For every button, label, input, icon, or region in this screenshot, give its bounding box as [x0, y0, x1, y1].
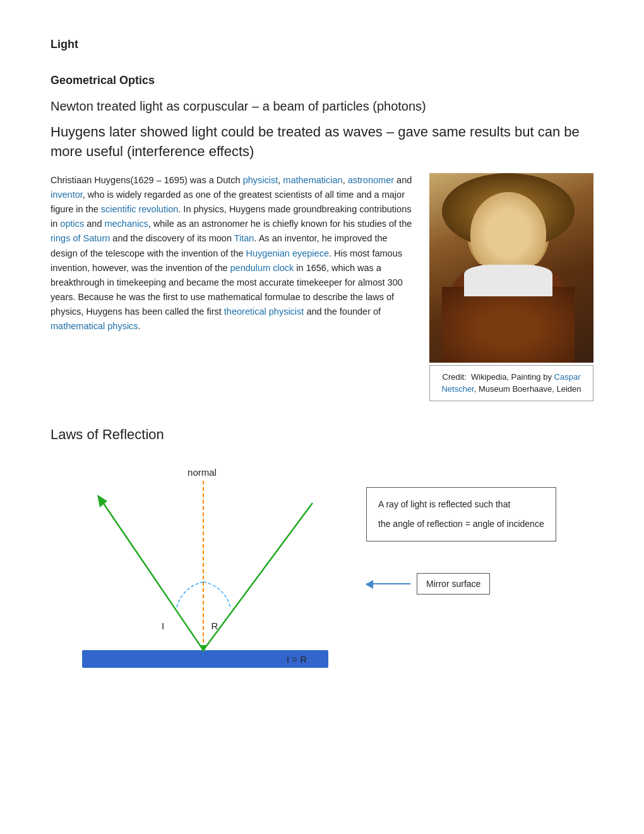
image-caption: Credit: Wikipedia, Painting by Caspar Ne… [429, 365, 593, 401]
geometrical-optics-heading: Geometrical Optics [51, 74, 593, 87]
reflection-callout: A ray of light is reflected such that th… [366, 487, 556, 541]
svg-text:R: R [212, 620, 218, 631]
titan-link[interactable]: Titan [234, 233, 254, 243]
reflection-diagram: normal I [51, 462, 347, 704]
svg-line-3 [101, 500, 203, 650]
pendulum-clock-link[interactable]: pendulum clock [230, 263, 294, 273]
diagram-container: normal I [51, 462, 593, 704]
laws-section: Laws of Reflection normal [51, 426, 593, 704]
callout-line2: the angle of reflection = angle of incid… [378, 512, 544, 532]
svg-text:I = R: I = R [287, 654, 307, 665]
portrait-image [429, 173, 593, 363]
page-title: Light [51, 38, 593, 51]
huygens-subtitle: Huygens later showed light could be trea… [51, 123, 593, 162]
optics-link[interactable]: optics [60, 219, 84, 229]
diagram-labels: A ray of light is reflected such that th… [366, 487, 556, 595]
inventor-link[interactable]: inventor [51, 190, 83, 200]
rings-saturn-link[interactable]: rings of Saturn [51, 233, 110, 243]
physicist-link[interactable]: physicist [243, 175, 278, 185]
mechanics-link[interactable]: mechanics [104, 219, 148, 229]
reflection-svg: normal I [51, 462, 347, 702]
scientific-revolution-link[interactable]: scientific revolution [101, 204, 179, 214]
astronomer-link[interactable]: astronomer [348, 175, 394, 185]
laws-heading: Laws of Reflection [51, 426, 593, 443]
mathematical-physics-link[interactable]: mathematical physics [51, 321, 138, 331]
mirror-label-row: Mirror surface [366, 573, 556, 595]
caspar-link[interactable]: Caspar Netscher [441, 372, 580, 394]
bio-section: Credit: Wikipedia, Painting by Caspar Ne… [51, 173, 593, 408]
bio-image-wrapper: Credit: Wikipedia, Painting by Caspar Ne… [429, 173, 593, 401]
mathematician-link[interactable]: mathematician [283, 175, 342, 185]
newton-subtitle: Newton treated light as corpuscular – a … [51, 97, 593, 115]
mirror-label: Mirror surface [417, 573, 490, 595]
svg-text:normal: normal [188, 467, 217, 478]
svg-line-5 [203, 503, 313, 650]
callout-line1: A ray of light is reflected such that [378, 497, 544, 512]
theoretical-physicist-link[interactable]: theoretical physicist [224, 306, 304, 317]
mirror-arrow [366, 583, 410, 584]
huygenian-eyepiece-link[interactable]: Huygenian eyepiece [246, 248, 329, 258]
svg-text:I: I [162, 620, 164, 631]
